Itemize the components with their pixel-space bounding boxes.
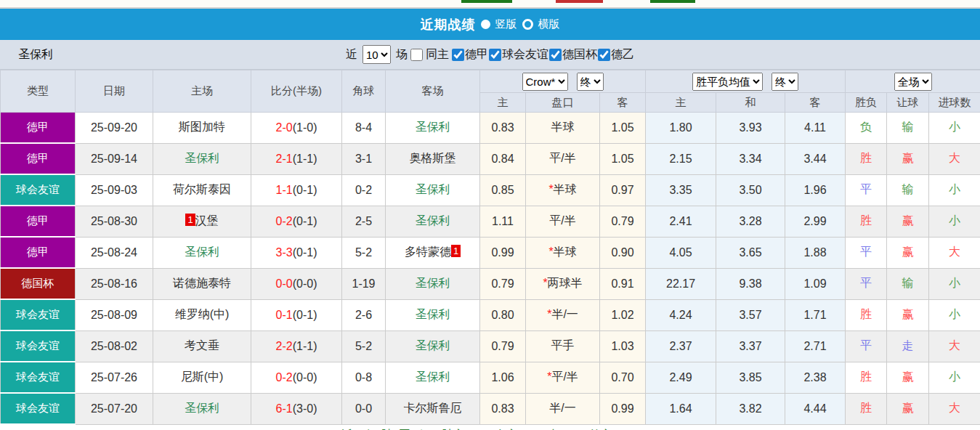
home-team-name[interactable]: 荷尔斯泰因 (173, 183, 231, 195)
goals-cell: 大 (929, 143, 980, 174)
home-team-name[interactable]: 维罗纳(中) (175, 308, 230, 320)
home-team-name[interactable]: 圣保利 (185, 152, 219, 164)
home-team-name[interactable]: 汉堡 (195, 214, 219, 227)
odds-home-cell: 0.80 (480, 299, 526, 330)
home-team-name[interactable]: 斯图加特 (179, 121, 225, 133)
league-checkbox[interactable] (549, 49, 562, 61)
handicap-cell: *平/半 (526, 362, 600, 393)
away-team-name[interactable]: 圣保利 (416, 214, 450, 227)
handicap-result-cell: 赢 (887, 299, 929, 330)
home-team-cell[interactable]: 尼斯(中) (153, 362, 251, 393)
away-team-name[interactable]: 圣保利 (416, 339, 450, 352)
avg-home-cell: 1.64 (646, 393, 716, 424)
same-home-label: 同主 (426, 47, 449, 62)
avg-draw-cell: 3.82 (716, 393, 785, 424)
away-team-name[interactable]: 圣保利 (416, 308, 450, 320)
home-team-cell[interactable]: 圣保利 (153, 237, 251, 268)
vertical-layout-radio[interactable] (481, 20, 490, 29)
away-team-name[interactable]: 圣保利 (416, 277, 450, 289)
away-team-cell[interactable]: 圣保利 (386, 362, 480, 393)
odds-home-cell: 0.99 (480, 237, 526, 268)
away-team-name[interactable]: 奥格斯堡 (410, 152, 456, 164)
away-team-name[interactable]: 圣保利 (416, 370, 450, 383)
corner-cell: 2-5 (342, 206, 386, 237)
league-checkbox-label[interactable]: 德甲 (465, 47, 488, 62)
avg-away-cell: 4.44 (785, 393, 846, 424)
league-checkbox[interactable] (598, 49, 610, 61)
avg-away-cell: 3.44 (785, 143, 846, 174)
col-header-result: 胜负 (846, 93, 887, 113)
away-team-cell[interactable]: 圣保利 (386, 206, 480, 237)
match-row: 球会友谊 25-09-03 荷尔斯泰因 1-1(0-1) 0-2 圣保利 0.8… (1, 174, 980, 206)
goals-cell: 大 (929, 393, 980, 424)
cutoff-tab-edge (461, 0, 512, 3)
vertical-layout-label[interactable]: 竖版 (495, 17, 517, 31)
avg-home-cell: 22.17 (646, 268, 716, 299)
period-select[interactable]: 全场 (894, 73, 932, 91)
league-checkbox[interactable] (452, 49, 464, 61)
team-name: 圣保利 (18, 40, 53, 69)
home-team-name[interactable]: 诺德施泰特 (173, 277, 231, 289)
avg-draw-cell: 3.34 (716, 143, 785, 174)
league-checkbox-label[interactable]: 球会友谊 (502, 47, 548, 62)
avg-away-cell: 2.71 (785, 330, 846, 362)
away-team-cell[interactable]: 圣保利 (386, 113, 480, 144)
avg-time-select[interactable]: 终 (772, 73, 798, 91)
match-count-select[interactable]: 10 (363, 45, 391, 64)
home-team-cell[interactable]: 维罗纳(中) (153, 299, 251, 330)
away-team-cell[interactable]: 奥格斯堡 (386, 143, 480, 174)
away-team-name[interactable]: 圣保利 (416, 121, 450, 133)
corner-cell: 8-4 (342, 113, 386, 144)
home-team-name[interactable]: 圣保利 (185, 402, 219, 414)
handicap-result-cell: 输 (887, 268, 929, 299)
top-strip (0, 0, 980, 9)
league-checkbox-label[interactable]: 德国杯 (562, 47, 597, 62)
score-cell: 2-2(1-1) (251, 330, 342, 362)
away-team-cell[interactable]: 圣保利 (386, 330, 480, 362)
home-team-cell[interactable]: 考文垂 (153, 330, 251, 362)
league-checkbox[interactable] (489, 49, 501, 61)
away-team-name[interactable]: 多特蒙德 (405, 246, 451, 258)
goals-cell: 小 (929, 299, 980, 330)
home-team-name[interactable]: 圣保利 (185, 246, 219, 258)
handicap-cell: 半球 (526, 113, 600, 144)
horizontal-layout-radio[interactable] (522, 19, 533, 30)
away-team-name[interactable]: 圣保利 (416, 183, 450, 195)
away-team-name[interactable]: 卡尔斯鲁厄 (404, 402, 462, 414)
filter-controls: 近 10 场 同主 德甲球会友谊德国杯德乙 (0, 40, 980, 69)
away-team-cell[interactable]: 多特蒙德1 (386, 237, 480, 268)
home-team-name[interactable]: 尼斯(中) (181, 370, 224, 383)
avg-away-cell: 2.38 (785, 362, 846, 393)
away-team-cell[interactable]: 卡尔斯鲁厄 (386, 393, 480, 424)
home-team-cell[interactable]: 圣保利 (153, 393, 251, 424)
match-row: 德甲 25-08-24 圣保利 3-3(0-1) 5-2 多特蒙德1 0.99 … (1, 237, 980, 268)
fulltime-score: 0-2 (276, 371, 293, 384)
avg-draw-cell: 3.37 (716, 330, 785, 362)
away-team-cell[interactable]: 圣保利 (386, 268, 480, 299)
odds-time-select[interactable]: 终 (577, 73, 604, 91)
halftime-score: (3-0) (293, 402, 317, 415)
handicap-cell: *半球 (526, 174, 600, 206)
away-team-cell[interactable]: 圣保利 (386, 174, 480, 206)
same-home-checkbox[interactable] (410, 49, 423, 61)
home-rank-badge: 1 (185, 214, 195, 226)
home-team-name[interactable]: 考文垂 (185, 339, 219, 352)
match-row: 球会友谊 25-08-09 维罗纳(中) 0-1(0-1) 2-6 圣保利 0.… (1, 299, 980, 330)
col-header-avg-draw: 和 (716, 93, 785, 113)
odds-home-cell: 1.11 (480, 206, 526, 237)
avg-away-cell: 1.88 (785, 237, 846, 268)
home-team-cell[interactable]: 诺德施泰特 (153, 268, 251, 299)
home-team-cell[interactable]: 圣保利 (153, 143, 251, 174)
odds-away-cell: 0.97 (600, 174, 646, 206)
fulltime-score: 0-2 (276, 215, 293, 227)
horizontal-layout-label[interactable]: 横版 (538, 17, 560, 31)
bookmaker-select[interactable]: Crow* (522, 73, 568, 91)
odds-home-cell: 0.79 (480, 268, 526, 299)
home-team-cell[interactable]: 斯图加特 (153, 113, 251, 144)
away-team-cell[interactable]: 圣保利 (386, 299, 480, 330)
home-team-cell[interactable]: 1汉堡 (153, 206, 251, 237)
halftime-score: (0-0) (293, 277, 317, 290)
avg-type-select[interactable]: 胜平负均值 (692, 73, 763, 91)
league-checkbox-label[interactable]: 德乙 (611, 47, 634, 62)
home-team-cell[interactable]: 荷尔斯泰因 (153, 174, 251, 206)
